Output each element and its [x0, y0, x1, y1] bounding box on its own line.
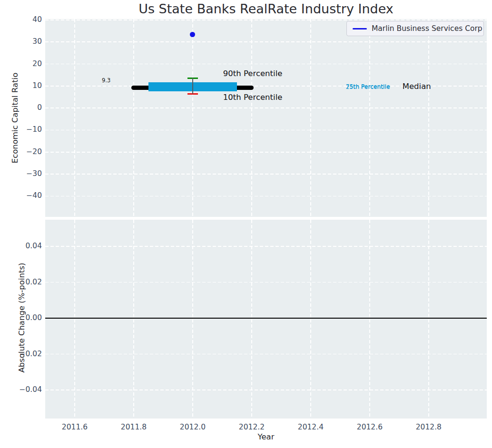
y-gridline [45, 19, 487, 20]
annotation-9-3: 9.3 [102, 78, 110, 84]
y-gridline [45, 246, 487, 247]
y-tick-label: −40 [10, 191, 42, 200]
y-gridline [45, 130, 487, 131]
x-gridline [251, 19, 252, 217]
x-gridline [251, 220, 252, 419]
x-tick-label: 2012.0 [171, 423, 214, 432]
x-gridline [310, 19, 311, 217]
y-tick-label: −0.04 [10, 385, 42, 394]
annotation-25th-percentile: 25th Percentile [346, 84, 390, 91]
legend-box: Marlin Business Services Corp [346, 21, 484, 36]
y-gridline [45, 41, 487, 42]
x-gridline [192, 220, 193, 419]
y-tick-label: 0.04 [10, 242, 42, 251]
y-gridline [45, 282, 487, 283]
x-gridline [192, 19, 193, 217]
y-gridline [45, 152, 487, 153]
y-gridline [45, 64, 487, 65]
y-gridline [45, 354, 487, 355]
legend-label: Marlin Business Services Corp [372, 24, 482, 33]
x-gridline [428, 19, 429, 217]
x-gridline [74, 19, 75, 217]
x-gridline [428, 220, 429, 419]
x-gridline [133, 19, 134, 217]
x-gridline [369, 220, 370, 419]
y-gridline [45, 196, 487, 197]
x-tick-label: 2011.6 [53, 423, 96, 432]
x-tick-label: 2012.6 [348, 423, 391, 432]
figure-root: Us State Banks RealRate Industry Index M… [0, 0, 492, 448]
bottom-axes [45, 220, 487, 419]
y-tick-label: 20 [10, 59, 42, 68]
y-tick-label: 40 [10, 15, 42, 24]
x-gridline [74, 220, 75, 419]
annotation-90th-percentile: 90th Percentile [223, 69, 283, 78]
x-tick-label: 2012.2 [230, 423, 273, 432]
y-tick-label: 30 [10, 37, 42, 46]
y-tick-label: −30 [10, 169, 42, 178]
annotation-median: Median [403, 82, 431, 91]
y-gridline [45, 174, 487, 175]
x-tick-label: 2012.4 [289, 423, 332, 432]
zero-line [45, 318, 487, 319]
y-gridline [45, 390, 487, 390]
x-axis-label: Year [45, 432, 487, 441]
x-gridline [369, 19, 370, 217]
chart-title: Us State Banks RealRate Industry Index [45, 1, 487, 16]
top-axes [45, 19, 487, 217]
x-tick-label: 2011.8 [112, 423, 155, 432]
x-gridline [133, 220, 134, 419]
legend-line-icon [353, 28, 367, 29]
whisker-line [192, 78, 193, 94]
y-gridline [45, 107, 487, 108]
x-gridline [310, 220, 311, 419]
x-tick-label: 2012.8 [407, 423, 450, 432]
annotation-10th-percentile: 10th Percentile [223, 93, 283, 102]
